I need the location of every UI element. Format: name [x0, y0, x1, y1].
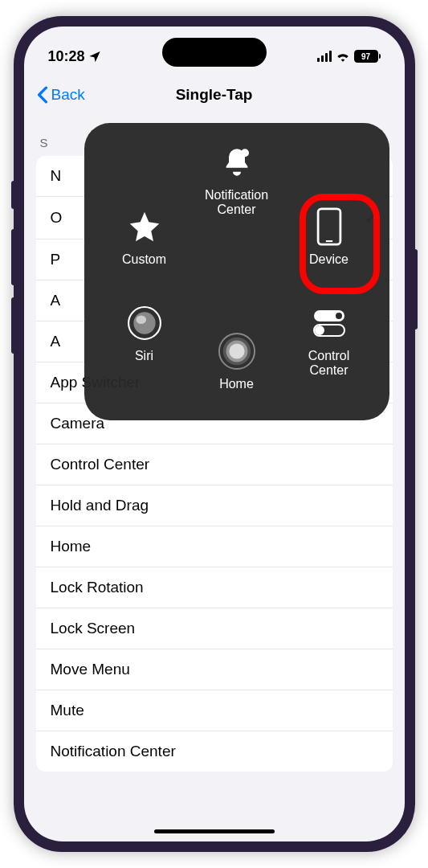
list-item[interactable]: Mute: [36, 690, 393, 731]
at-label: Control Center: [289, 349, 369, 378]
phone-frame: 10:28 97 Back Single-Tap S: [14, 16, 415, 852]
mute-switch: [11, 181, 14, 209]
star-icon: [125, 207, 164, 246]
at-label: Home: [219, 377, 254, 391]
at-home[interactable]: Home: [197, 332, 277, 391]
svg-point-4: [133, 312, 155, 334]
battery-icon: 97: [354, 50, 381, 63]
at-label: Notification Center: [197, 188, 277, 217]
volume-up-button: [11, 229, 14, 285]
bell-icon: [218, 143, 256, 182]
list-item[interactable]: Lock Screen: [36, 608, 393, 649]
at-label: Siri: [135, 349, 153, 363]
svg-point-13: [229, 343, 244, 358]
siri-icon: [125, 304, 164, 342]
wifi-icon: [336, 51, 350, 62]
at-notification-center[interactable]: Notification Center: [197, 143, 277, 217]
location-icon: [88, 50, 101, 63]
back-label: Back: [51, 86, 85, 104]
navigation-bar: Back Single-Tap: [24, 75, 405, 115]
svg-point-0: [241, 149, 249, 157]
svg-point-7: [335, 312, 343, 320]
back-button[interactable]: Back: [37, 86, 85, 104]
list-item[interactable]: Notification Center: [36, 731, 393, 772]
status-time: 10:28: [48, 48, 85, 65]
dynamic-island: [162, 38, 267, 67]
at-control-center[interactable]: Control Center: [289, 304, 369, 378]
list-item[interactable]: Hold and Drag: [36, 485, 393, 526]
svg-point-5: [136, 316, 146, 325]
signal-icon: [317, 51, 332, 62]
list-item[interactable]: Move Menu: [36, 649, 393, 690]
volume-down-button: [11, 297, 14, 354]
list-item[interactable]: Home: [36, 526, 393, 567]
list-item[interactable]: Lock Rotation: [36, 567, 393, 608]
toggles-icon: [310, 304, 349, 342]
power-button: [414, 249, 418, 330]
home-indicator[interactable]: [154, 829, 275, 833]
list-item[interactable]: Control Center: [36, 444, 393, 485]
highlight-annotation: [300, 194, 380, 294]
chevron-left-icon: [37, 86, 48, 104]
assistive-touch-menu: Notification Center Custom Device: [84, 123, 389, 420]
at-label: Custom: [122, 252, 166, 267]
battery-level: 97: [354, 50, 378, 63]
svg-point-9: [316, 326, 324, 334]
screen: 10:28 97 Back Single-Tap S: [24, 27, 405, 841]
at-siri[interactable]: Siri: [104, 304, 185, 363]
home-button-icon: [218, 332, 256, 371]
at-custom[interactable]: Custom: [104, 207, 185, 267]
page-title: Single-Tap: [176, 86, 253, 104]
